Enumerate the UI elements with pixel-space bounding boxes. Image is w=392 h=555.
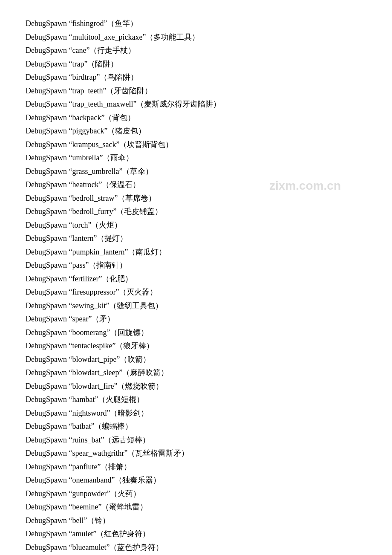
list-item: DebugSpawn “firesuppressor”（灭火器） [26, 286, 366, 299]
list-item: DebugSpawn “tentaclespike”（狼牙棒） [26, 339, 366, 353]
list-item: DebugSpawn “blowdart_pipe”（吹箭） [26, 353, 366, 367]
list-item: DebugSpawn “beemine”（蜜蜂地雷） [26, 500, 366, 514]
list-item: DebugSpawn “backpack”（背包） [26, 111, 366, 125]
content-area: zixm.com.cn DebugSpawn “fishingrod”（鱼竿）D… [26, 17, 366, 555]
list-item: DebugSpawn “blowdart_sleep”（麻醉吹箭） [26, 366, 366, 380]
list-item: DebugSpawn “batbat”（蝙蝠棒） [26, 420, 366, 434]
list-item: DebugSpawn “onemanband”（独奏乐器） [26, 474, 366, 487]
list-item: DebugSpawn “blowdart_fire”（燃烧吹箭） [26, 380, 366, 393]
list-item: DebugSpawn “bedroll_straw”（草席卷） [26, 192, 366, 205]
list-item: DebugSpawn “trap_teeth_maxwell”（麦斯威尔得牙齿陷… [26, 98, 366, 111]
list-item: DebugSpawn “torch”（火炬） [26, 219, 366, 232]
list-item: DebugSpawn “fishingrod”（鱼竿） [26, 17, 366, 31]
list-item: DebugSpawn “pumpkin_lantern”（南瓜灯） [26, 246, 366, 259]
list-item: DebugSpawn “bell”（铃） [26, 514, 366, 528]
lines-container: DebugSpawn “fishingrod”（鱼竿）DebugSpawn “m… [26, 17, 366, 555]
list-item: DebugSpawn “amulet”（红色护身符） [26, 527, 366, 541]
list-item: DebugSpawn “bedroll_furry”（毛皮铺盖） [26, 205, 366, 219]
list-item: DebugSpawn “grass_umbrella”（草伞） [26, 165, 366, 179]
list-item: DebugSpawn “hambat”（火腿短棍） [26, 393, 366, 407]
list-item: DebugSpawn “ruins_bat”（远古短棒） [26, 434, 366, 447]
list-item: DebugSpawn “fertilizer”（化肥） [26, 272, 366, 286]
list-item: DebugSpawn “trap”（陷阱） [26, 58, 366, 71]
list-item: DebugSpawn “heatrock”（保温石） [26, 178, 366, 192]
list-item: DebugSpawn “spear”（矛） [26, 312, 366, 326]
list-item: DebugSpawn “spear_wathgrithr”（瓦丝格雷斯矛） [26, 447, 366, 460]
list-item: DebugSpawn “pass”（指南针） [26, 259, 366, 272]
list-item: DebugSpawn “piggyback”（猪皮包） [26, 124, 366, 138]
list-item: DebugSpawn “krampus_sack”（坎普斯背包） [26, 138, 366, 152]
list-item: DebugSpawn “panflute”（排箫） [26, 460, 366, 474]
list-item: DebugSpawn “cane”（行走手杖） [26, 44, 366, 58]
list-item: DebugSpawn “blueamulet”（蓝色护身符） [26, 541, 366, 555]
list-item: DebugSpawn “sewing_kit”（缝纫工具包） [26, 299, 366, 313]
list-item: DebugSpawn “nightsword”（暗影剑） [26, 407, 366, 420]
list-item: DebugSpawn “lantern”（提灯） [26, 232, 366, 246]
list-item: DebugSpawn “trap_teeth”（牙齿陷阱） [26, 84, 366, 98]
list-item: DebugSpawn “multitool_axe_pickaxe”（多功能工具… [26, 31, 366, 44]
list-item: DebugSpawn “gunpowder”（火药） [26, 487, 366, 501]
list-item: DebugSpawn “birdtrap”（鸟陷阱） [26, 71, 366, 84]
list-item: DebugSpawn “boomerang”（回旋镖） [26, 326, 366, 340]
list-item: DebugSpawn “umbrella”（雨伞） [26, 151, 366, 165]
